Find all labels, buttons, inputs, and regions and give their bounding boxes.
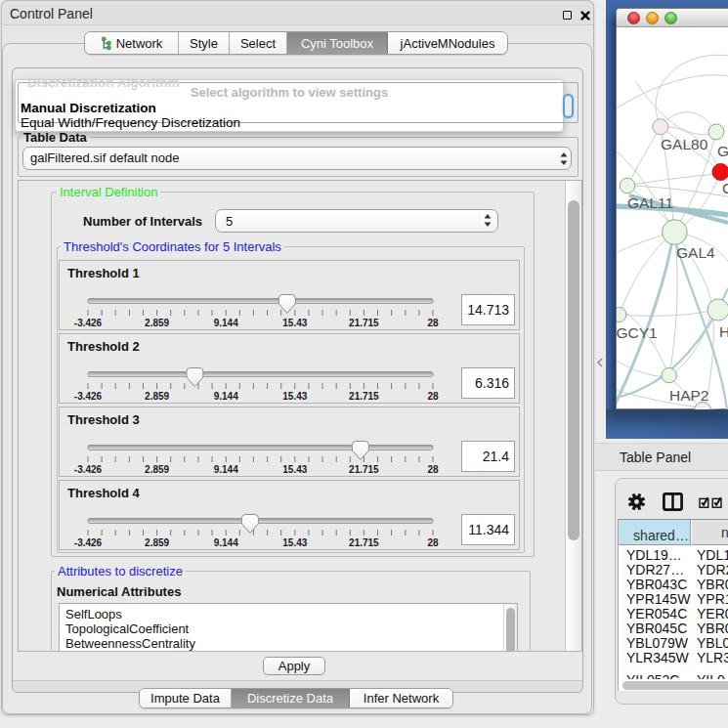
svg-text:2.859: 2.859 xyxy=(145,537,169,548)
svg-text:28: 28 xyxy=(427,464,439,475)
svg-text:GCY1: GCY1 xyxy=(617,324,658,341)
svg-text:2.859: 2.859 xyxy=(145,391,169,402)
svg-text:-3.426: -3.426 xyxy=(74,537,103,548)
svg-text:28: 28 xyxy=(427,318,439,328)
svg-text:15.43: 15.43 xyxy=(282,391,307,402)
svg-text:H: H xyxy=(719,323,728,340)
svg-text:21.715: 21.715 xyxy=(349,537,379,548)
svg-text:HAP2: HAP2 xyxy=(669,387,709,404)
svg-text:28: 28 xyxy=(427,391,439,402)
svg-text:9.144: 9.144 xyxy=(214,537,238,548)
svg-text:15.43: 15.43 xyxy=(282,318,307,328)
svg-text:C: C xyxy=(722,180,728,196)
svg-text:21.715: 21.715 xyxy=(349,464,379,475)
svg-text:2.859: 2.859 xyxy=(145,464,169,475)
svg-text:-3.426: -3.426 xyxy=(74,391,103,402)
svg-text:15.43: 15.43 xyxy=(282,537,307,548)
svg-text:2.859: 2.859 xyxy=(145,318,169,328)
svg-text:GAL4: GAL4 xyxy=(676,244,715,261)
svg-text:GAL80: GAL80 xyxy=(661,136,708,152)
svg-text:-3.426: -3.426 xyxy=(74,464,103,475)
svg-text:21.715: 21.715 xyxy=(349,318,379,328)
svg-text:15.43: 15.43 xyxy=(282,464,307,475)
svg-text:-3.426: -3.426 xyxy=(74,318,103,328)
svg-text:9.144: 9.144 xyxy=(214,464,238,475)
svg-text:21.715: 21.715 xyxy=(349,391,379,402)
svg-text:GA: GA xyxy=(717,143,728,159)
svg-text:28: 28 xyxy=(427,537,439,548)
svg-text:9.144: 9.144 xyxy=(214,391,238,402)
svg-text:9.144: 9.144 xyxy=(214,318,238,328)
svg-text:GAL11: GAL11 xyxy=(627,194,673,211)
